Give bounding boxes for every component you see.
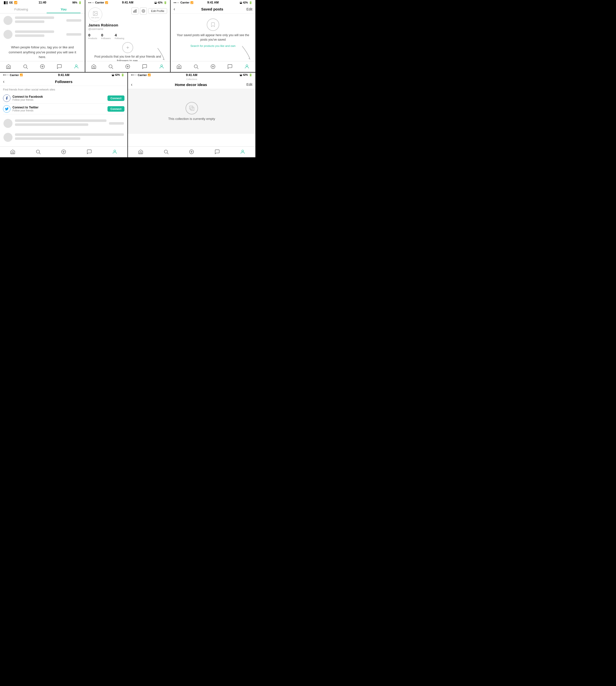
screen-following: ▐▌▌ EE 📶 11:40 98% 🔋 Following You [0,0,85,72]
followers-back-btn[interactable]: ‹ [3,79,9,84]
status-bar-2: ●●○○ Carrier 📶 9:41 AM ⬓ 42% 🔋 [85,0,170,5]
nav-profile-4[interactable] [111,148,118,155]
screen-profile: ●●○○ Carrier 📶 9:41 AM ⬓ 42% 🔋 Add photo [85,0,171,72]
collection-back-btn[interactable]: ‹ [131,82,137,87]
tab-following[interactable]: Following [0,5,42,13]
text-placeholder-2 [15,30,64,38]
status-left-5: ●●○○ Carrier 📶 [131,73,151,76]
status-bar-1: ▐▌▌ EE 📶 11:40 98% 🔋 [0,0,85,5]
nav-search-4[interactable] [35,148,41,155]
nav-add-4[interactable] [60,148,67,155]
nav-profile-1[interactable] [73,63,80,70]
svg-line-21 [197,68,198,69]
nav-chat-3[interactable] [227,63,233,70]
nav-profile-5[interactable] [239,148,246,155]
profile-actions: Edit Profile [131,7,167,15]
nav-search-2[interactable] [108,63,114,70]
saved-back-btn[interactable]: ‹ [174,6,180,12]
facebook-connect-btn[interactable]: Connect [108,95,125,101]
twitter-label-group: Connect to Twitter Follow your friends [13,106,108,112]
loading-row-1 [0,14,85,27]
breadcrumb-area: Collections [128,77,256,81]
followers-title: Followers [9,79,118,84]
bt-icon-4: ⬓ [112,73,114,76]
dots-icon-2: ●●○○ [88,1,94,4]
svg-point-31 [114,150,115,152]
facebook-icon [3,94,10,102]
saved-edit-btn[interactable]: Edit [245,7,252,11]
bt-icon-2: ⬓ [154,1,157,4]
nav-chat-5[interactable] [214,148,220,155]
nav-search-3[interactable] [193,63,199,70]
nav-add-1[interactable] [39,63,46,70]
find-friends-title: Find friends from other social network s… [3,88,125,91]
nav-home-3[interactable] [176,63,182,70]
add-post-icon[interactable]: + [122,42,133,53]
nav-chat-1[interactable] [56,63,63,70]
stat-products: 0 Products [88,33,97,40]
dots-icon-4: ●●○○ [3,74,9,76]
action-block-1 [66,19,81,22]
nav-add-2[interactable] [125,63,131,70]
nav-profile-3[interactable] [244,63,250,70]
battery-icon-2: 🔋 [163,1,167,4]
carrier-5: Carrier [138,73,147,76]
svg-point-39 [242,150,243,152]
battery-pct-2: 42% [158,1,162,4]
loading-row-4 [0,130,128,144]
saved-empty-state: Your saved posts will appear here only y… [171,14,256,48]
svg-point-5 [75,65,77,67]
wifi-icon: 📶 [14,1,18,4]
svg-line-14 [112,68,113,69]
followers-label: Followers [101,37,111,40]
nav-home-5[interactable] [137,148,144,155]
stats-icon-btn[interactable] [131,7,138,15]
tab-you[interactable]: You [42,5,85,13]
svg-rect-10 [136,9,136,13]
svg-line-1 [26,68,28,69]
wifi-icon-3: 📶 [190,1,193,4]
bt-icon-3: ⬓ [240,1,242,4]
collection-edit-btn[interactable]: Edit [245,83,252,87]
nav-home-4[interactable] [9,148,16,155]
breadcrumb: Collections [128,78,256,81]
stat-followers: 0 Followers [101,33,111,40]
svg-rect-8 [133,11,134,13]
nav-home-2[interactable] [90,63,97,70]
nav-add-5[interactable] [188,148,195,155]
time-3: 9:41 AM [207,1,219,4]
nav-home-1[interactable] [5,63,12,70]
profile-avatar: Add photo [88,7,102,21]
svg-line-27 [39,153,40,154]
svg-point-26 [37,150,40,153]
line-8 [15,137,80,140]
line-4 [15,35,44,37]
bottom-row: ●●○○ Carrier 📶 9:41 AM ⬓ 42% 🔋 ‹ Followe… [0,72,256,157]
nav-chat-2[interactable] [141,63,148,70]
edit-profile-btn[interactable]: Edit Profile [148,8,167,14]
saved-bookmark-icon [207,19,219,31]
nav-search-5[interactable] [163,148,169,155]
twitter-connect-btn[interactable]: Connect [108,106,125,112]
battery-pct-1: 98% [72,1,77,4]
nav-profile-2[interactable] [158,63,165,70]
twitter-connect-row: Connect to Twitter Follow your friends C… [3,104,125,114]
svg-point-13 [109,65,112,68]
nav-chat-4[interactable] [86,148,92,155]
avatar-placeholder-1 [3,16,13,25]
nav-search-1[interactable] [22,63,29,70]
screen-saved: ●●○○ Carrier 📶 9:41 AM ⬓ 42% 🔋 ‹ Saved p… [171,0,256,72]
bottom-nav-3 [171,61,256,72]
wifi-icon-5: 📶 [148,73,151,76]
saved-cta-link[interactable]: Search for products you like and own [191,44,236,47]
settings-icon-btn[interactable] [140,7,147,15]
nav-add-3[interactable] [210,63,216,70]
followers-nav-header: ‹ Followers [0,77,128,86]
saved-description: Your saved posts will appear here only y… [176,33,250,42]
bottom-nav-1 [0,61,85,72]
status-bar-4: ●●○○ Carrier 📶 9:41 AM ⬓ 42% 🔋 [0,72,128,77]
collection-empty-text: This collection is currently empty [168,117,215,121]
profile-stats: 0 Products 0 Followers 4 Following [85,32,170,41]
line-1 [15,17,54,19]
status-bar-5: ●●○○ Carrier 📶 9:41 AM ⬓ 42% 🔋 [128,72,256,77]
